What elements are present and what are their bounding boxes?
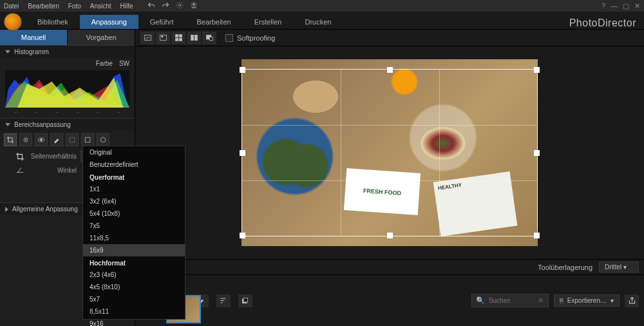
- tool-crop[interactable]: [4, 133, 17, 146]
- dd-ratio-7x5[interactable]: 7x5: [83, 220, 185, 232]
- minimize-icon[interactable]: —: [611, 2, 618, 10]
- svg-rect-7: [70, 137, 75, 142]
- svg-rect-18: [194, 35, 197, 40]
- dd-landscape-header: Querformat: [83, 171, 185, 183]
- svg-rect-15: [175, 38, 178, 41]
- histo-mode-color[interactable]: Farbe: [96, 60, 113, 67]
- search-input[interactable]: [489, 297, 534, 304]
- svg-rect-16: [179, 38, 182, 41]
- view-grid[interactable]: [171, 32, 185, 44]
- share-button[interactable]: [625, 294, 639, 307]
- dd-ratio-9x16[interactable]: 9x16: [83, 318, 185, 326]
- photo: FRESH FOOD HEALTHY: [242, 59, 538, 246]
- tool-redeye[interactable]: [35, 133, 48, 146]
- menu-help[interactable]: Hilfe: [120, 3, 133, 10]
- angle-label: Winkel: [28, 167, 77, 174]
- chevron-down-icon: ▾: [611, 297, 614, 304]
- menu-edit[interactable]: Bearbeiten: [28, 3, 59, 10]
- dd-ratio-85x11[interactable]: 8,5x11: [83, 305, 185, 318]
- view-secondary[interactable]: [202, 32, 216, 44]
- module-print[interactable]: Drucken: [293, 15, 343, 29]
- photo-paper-text: HEALTHY: [433, 171, 518, 236]
- dd-ratio-2x3[interactable]: 2x3 (4x6): [83, 269, 185, 281]
- menu-photo[interactable]: Foto: [68, 3, 81, 10]
- svg-rect-24: [243, 298, 248, 302]
- dd-ratio-1x1[interactable]: 1x1: [83, 183, 185, 195]
- svg-rect-8: [85, 137, 90, 142]
- settings-icon[interactable]: [176, 1, 184, 10]
- export-icon: ⎘: [560, 297, 564, 304]
- svg-point-2: [193, 3, 195, 6]
- tool-selection[interactable]: [66, 133, 79, 146]
- module-guided[interactable]: Geführt: [138, 15, 185, 29]
- menu-file[interactable]: Datei: [4, 3, 19, 10]
- dd-portrait-header: Hochformat: [83, 256, 185, 269]
- brand-label: PhotoDirector: [569, 17, 644, 29]
- histogram-graph: [5, 70, 129, 108]
- softproof-checkbox[interactable]: [225, 34, 233, 42]
- overlay-select[interactable]: Drittel ▾: [599, 262, 639, 273]
- main-menu: Datei Bearbeiten Foto Ansicht Hilfe: [4, 3, 133, 10]
- tool-gradient[interactable]: [81, 133, 94, 146]
- search-clear-icon[interactable]: ✕: [538, 296, 544, 305]
- aspect-ratio-dropdown: Original Benutzerdefiniert Querformat 1x…: [82, 146, 185, 320]
- svg-rect-14: [179, 35, 182, 37]
- dd-custom[interactable]: Benutzerdefiniert: [83, 158, 185, 171]
- svg-rect-17: [191, 35, 193, 40]
- undo-icon[interactable]: [147, 1, 155, 10]
- dd-ratio-11x85[interactable]: 11x8,5: [83, 232, 185, 244]
- dd-ratio-5x4[interactable]: 5x4 (10x8): [83, 207, 185, 220]
- svg-rect-13: [175, 35, 178, 37]
- histo-mode-bw[interactable]: SW: [119, 60, 129, 67]
- chevron-down-icon: [5, 50, 10, 53]
- menu-view[interactable]: Ansicht: [90, 3, 111, 10]
- overlay-label: Toolüberlagerung: [538, 264, 592, 271]
- tool-spot[interactable]: [19, 133, 32, 146]
- dd-ratio-5x7[interactable]: 5x7: [83, 293, 185, 305]
- ratio-label: Seitenverhältnis: [28, 153, 77, 160]
- help-icon[interactable]: ?: [601, 2, 605, 10]
- sort-button[interactable]: [216, 294, 231, 307]
- photo-card-text: FRESH FOOD: [344, 168, 421, 215]
- dd-ratio-16x9[interactable]: 16x9: [83, 244, 185, 256]
- module-library[interactable]: Bibliothek: [26, 15, 80, 29]
- chevron-right-icon: [5, 207, 8, 212]
- softproof-label: Softproofing: [237, 34, 275, 42]
- tool-brush[interactable]: [50, 133, 63, 146]
- subtab-presets[interactable]: Vorgaben: [67, 30, 135, 45]
- svg-point-0: [178, 5, 180, 6]
- close-icon[interactable]: ✕: [634, 2, 640, 10]
- view-single[interactable]: [140, 32, 155, 44]
- dd-original[interactable]: Original: [83, 146, 185, 158]
- search-icon: 🔍: [476, 296, 485, 305]
- svg-point-6: [41, 139, 43, 141]
- dd-ratio-4x5[interactable]: 4x5 (8x10): [83, 281, 185, 293]
- histogram-ticks: ––––––: [0, 109, 135, 118]
- avatar-icon[interactable]: [190, 1, 198, 10]
- angle-icon: [15, 166, 24, 175]
- svg-point-9: [100, 137, 106, 142]
- export-button[interactable]: ⎘ Exportieren… ▾: [554, 294, 620, 307]
- search-box[interactable]: 🔍 ✕: [471, 294, 549, 307]
- module-edit[interactable]: Bearbeiten: [185, 15, 242, 29]
- tool-radial[interactable]: [97, 133, 109, 146]
- module-adjustment[interactable]: Anpassung: [80, 15, 138, 29]
- canvas-viewport[interactable]: FRESH FOOD HEALTHY: [135, 46, 644, 259]
- svg-rect-20: [209, 37, 213, 41]
- section-region[interactable]: Bereichsanpassung: [0, 118, 135, 131]
- maximize-icon[interactable]: ▢: [623, 2, 629, 10]
- dd-ratio-3x2[interactable]: 3x2 (6x4): [83, 195, 185, 207]
- module-create[interactable]: Erstellen: [243, 15, 294, 29]
- view-split[interactable]: [187, 32, 201, 44]
- app-logo: [4, 13, 22, 31]
- crop-icon: [15, 152, 24, 161]
- subtab-manual[interactable]: Manuell: [0, 30, 67, 45]
- stack-button[interactable]: [238, 294, 252, 307]
- chevron-down-icon: [5, 123, 10, 126]
- svg-point-4: [25, 139, 26, 140]
- view-compare[interactable]: [156, 32, 170, 44]
- svg-point-12: [161, 36, 162, 37]
- redo-icon[interactable]: [162, 1, 169, 10]
- svg-rect-11: [160, 35, 166, 40]
- section-histogram[interactable]: Histogramm: [0, 45, 135, 58]
